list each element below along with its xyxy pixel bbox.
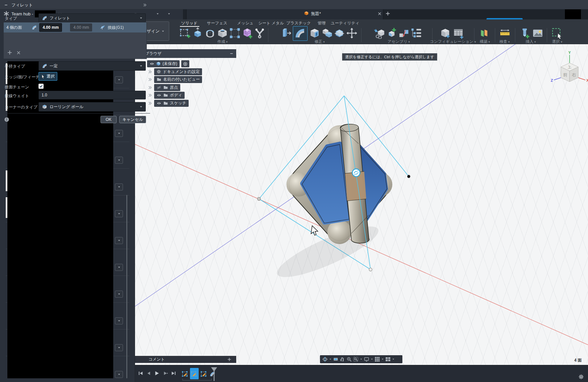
browser-panel-header[interactable]: ブラウザ bbox=[136, 49, 236, 58]
configuration-table-icon[interactable] bbox=[453, 27, 464, 39]
view-cube[interactable]: Y X Z 上 前 右 bbox=[551, 51, 588, 82]
zoom-icon[interactable] bbox=[346, 357, 352, 362]
eye-icon[interactable] bbox=[149, 62, 154, 66]
browser-row-sketches[interactable]: スケッチ bbox=[148, 100, 189, 107]
item-actions-dropdown[interactable] bbox=[115, 237, 123, 244]
browser-row-origin[interactable]: 原点 bbox=[148, 84, 180, 91]
sketch-point-right[interactable] bbox=[407, 175, 410, 178]
expand-icon[interactable] bbox=[148, 93, 152, 97]
select-tool-icon[interactable] bbox=[551, 27, 563, 39]
timeline-go-end-icon[interactable] bbox=[171, 371, 176, 376]
fit-icon[interactable] bbox=[353, 357, 358, 362]
fillet-tool-icon[interactable] bbox=[294, 27, 306, 39]
env-tab-manage[interactable]: 管理 bbox=[318, 20, 326, 26]
item-actions-dropdown[interactable] bbox=[115, 210, 123, 217]
env-tab-solid[interactable]: ソリッド bbox=[181, 20, 197, 26]
viewports-icon[interactable] bbox=[385, 357, 391, 362]
bom-icon[interactable] bbox=[411, 27, 422, 39]
grid-caret-icon[interactable] bbox=[381, 358, 384, 361]
sketch-point-bottom[interactable] bbox=[369, 268, 372, 271]
pan-icon[interactable] bbox=[340, 357, 345, 362]
combine-icon[interactable] bbox=[321, 27, 333, 39]
weight-input[interactable]: 1.0 bbox=[39, 91, 146, 99]
timeline-play-icon[interactable] bbox=[154, 371, 159, 376]
undo-caret-icon[interactable] bbox=[156, 12, 159, 15]
expand-icon[interactable] bbox=[148, 101, 152, 105]
info-icon[interactable] bbox=[4, 117, 9, 122]
timeline-step-forward-icon[interactable] bbox=[163, 371, 168, 376]
add-selection-icon[interactable] bbox=[7, 50, 12, 55]
new-tab-icon[interactable] bbox=[385, 11, 390, 16]
eye-off-icon[interactable] bbox=[156, 85, 161, 90]
timeline-scrubber[interactable] bbox=[210, 367, 218, 381]
active-doc-radio-icon[interactable] bbox=[183, 62, 188, 66]
display-caret-icon[interactable] bbox=[371, 358, 373, 361]
redo-caret-icon[interactable] bbox=[168, 12, 171, 15]
eye-icon[interactable] bbox=[156, 93, 161, 97]
timeline-feature-sketch3[interactable] bbox=[201, 370, 207, 378]
revolve-icon[interactable] bbox=[204, 27, 216, 39]
manipulator-handle[interactable] bbox=[352, 169, 360, 177]
shell-icon[interactable] bbox=[309, 27, 320, 39]
fillet-faces-row[interactable]: 4 個の面 4.00 mm 4.00 mm 接線(G1) bbox=[4, 22, 146, 32]
item-actions-dropdown[interactable] bbox=[115, 344, 123, 351]
env-tab-sheetmetal[interactable]: シート メタル bbox=[258, 20, 284, 26]
item-actions-dropdown[interactable] bbox=[115, 157, 123, 164]
env-tab-utilities[interactable]: ユーティリティ bbox=[331, 20, 360, 26]
display-settings-icon[interactable] bbox=[364, 357, 369, 362]
tangent-value[interactable]: 接線(G1) bbox=[108, 25, 124, 30]
pattern-icon[interactable] bbox=[229, 27, 241, 39]
joint-icon[interactable] bbox=[398, 27, 410, 39]
insert-fastener-icon[interactable] bbox=[519, 27, 530, 39]
env-tab-mesh[interactable]: メッシュ bbox=[237, 20, 253, 26]
edge-select-button[interactable]: 選択 bbox=[39, 72, 57, 81]
insert-canvas-icon[interactable] bbox=[532, 27, 543, 39]
hole-icon[interactable] bbox=[217, 27, 228, 39]
move-copy-icon[interactable] bbox=[346, 27, 357, 39]
viewports-caret-icon[interactable] bbox=[392, 358, 395, 361]
grid-settings-icon[interactable] bbox=[375, 357, 380, 362]
browser-row-named-views[interactable]: 名前の付いたビュー bbox=[148, 76, 202, 83]
browser-row-bodies[interactable]: ボディ bbox=[148, 92, 185, 99]
item-actions-dropdown[interactable] bbox=[115, 264, 123, 271]
timeline-go-start-icon[interactable] bbox=[138, 371, 143, 376]
browser-minimize-icon[interactable] bbox=[230, 52, 234, 56]
ok-button[interactable]: OK bbox=[101, 116, 117, 123]
env-tab-plastic[interactable]: プラスチック bbox=[286, 20, 311, 26]
measure-icon[interactable] bbox=[499, 27, 511, 39]
model-body[interactable] bbox=[286, 124, 392, 244]
press-pull-icon[interactable] bbox=[281, 27, 292, 39]
configuration-icon[interactable] bbox=[440, 27, 451, 39]
create-mesh-icon[interactable] bbox=[242, 27, 253, 39]
look-at-icon[interactable] bbox=[333, 357, 338, 362]
new-component-icon[interactable] bbox=[386, 27, 397, 39]
comments-panel[interactable]: コメント bbox=[135, 356, 236, 363]
expand-icon[interactable] bbox=[148, 70, 152, 74]
derive-icon[interactable] bbox=[374, 27, 385, 39]
viewport-canvas[interactable]: Y X Z 上 前 右 ブラウザ (未保存) bbox=[135, 44, 588, 366]
tab-close-icon[interactable] bbox=[378, 12, 382, 16]
create-sketch-icon[interactable] bbox=[180, 27, 191, 39]
fit-caret-icon[interactable] bbox=[360, 358, 363, 361]
timeline-step-back-icon[interactable] bbox=[146, 371, 151, 376]
remove-selection-icon[interactable] bbox=[16, 51, 21, 55]
radius-input[interactable]: 4.00 mm bbox=[39, 23, 62, 32]
extrude-icon[interactable] bbox=[192, 27, 203, 39]
item-actions-dropdown[interactable] bbox=[115, 291, 123, 298]
panel-scrollbar[interactable] bbox=[126, 195, 127, 378]
expand-icon[interactable] bbox=[148, 85, 152, 90]
item-actions-dropdown[interactable] bbox=[115, 76, 123, 83]
eye-icon[interactable] bbox=[156, 101, 161, 105]
dialog-header[interactable]: フィレット bbox=[0, 0, 588, 9]
orbit-caret-icon[interactable] bbox=[329, 358, 332, 361]
document-tab[interactable]: 無題* bbox=[186, 8, 383, 19]
item-actions-dropdown[interactable] bbox=[115, 183, 123, 190]
expand-icon[interactable] bbox=[148, 77, 152, 82]
dialog-collapse-icon[interactable] bbox=[4, 3, 8, 7]
item-actions-dropdown[interactable] bbox=[115, 130, 123, 137]
split-body-icon[interactable] bbox=[334, 27, 345, 39]
browser-row-document[interactable]: (未保存) bbox=[140, 60, 189, 67]
orbit-icon[interactable] bbox=[322, 357, 328, 362]
avatar[interactable] bbox=[565, 9, 581, 19]
flange-icon[interactable] bbox=[254, 27, 265, 39]
